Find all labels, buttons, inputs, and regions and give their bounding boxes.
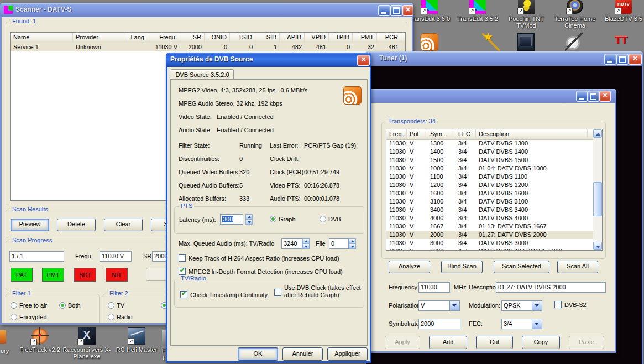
mpeg2-indepth-checkbox[interactable] <box>179 268 186 275</box>
ok-button[interactable]: OK <box>238 347 278 361</box>
te-description-field[interactable]: 01.27: DATV DVBS 2000 <box>496 282 606 293</box>
tuner-close-button[interactable] <box>629 54 642 65</box>
transponder-row[interactable]: 11030V12003/4DATV DVBS 1200 <box>386 181 593 189</box>
transedit-close-button[interactable] <box>599 91 611 102</box>
scanner-col-frequ-[interactable]: Frequ. <box>149 33 180 42</box>
transponder-row[interactable]: 11030V30003/4DATV DVBS 3000 <box>386 239 593 247</box>
partial-icon[interactable] <box>162 330 166 344</box>
h264-aspect-checkbox[interactable] <box>179 254 186 262</box>
timestamp-continuity-checkbox[interactable] <box>180 291 187 298</box>
scroll-down-icon[interactable] <box>593 242 602 250</box>
icon-blazedtv[interactable]: ↗BlazeDTV 3.5 <box>599 0 644 22</box>
scanner-minimize-button[interactable] <box>378 5 390 16</box>
progress-field[interactable]: 1 / 1 <box>9 251 64 262</box>
scanner-col-pcr[interactable]: PCR <box>377 33 401 42</box>
te-symbolrate-field[interactable]: 2000 <box>418 319 460 329</box>
tuner-titlebar[interactable]: Tuner (1) <box>365 51 643 66</box>
te-polarisation-combo[interactable]: V <box>418 300 460 311</box>
max-queued-field[interactable]: 3240 <box>281 238 302 249</box>
transponder-col-fec[interactable]: FEC <box>455 129 476 139</box>
latency-spinner[interactable] <box>245 214 253 225</box>
dvb-radio[interactable] <box>320 216 326 222</box>
blind-scan-button[interactable]: Blind Scan <box>441 261 483 273</box>
scroll-up-icon[interactable] <box>593 129 602 138</box>
transponder-col-pol[interactable]: Pol <box>407 129 427 139</box>
scanner-col-vpid[interactable]: VPID <box>305 33 329 42</box>
icon-transedit-352[interactable]: ↗TransEdit 3.5.2 <box>453 0 502 22</box>
transponder-col-freq-[interactable]: Freq... <box>386 129 407 139</box>
chevron-down-icon[interactable] <box>449 301 459 310</box>
scanner-titlebar[interactable]: Scanner - DATV-S <box>0 3 413 17</box>
scanner-close-button[interactable] <box>402 5 413 16</box>
te-fec-combo[interactable]: 3/4 <box>501 319 542 329</box>
scanner-col-tsid[interactable]: TSID <box>230 33 255 42</box>
transponder-row[interactable]: 11030V20003/401.27: DATV DVBS 2000 <box>386 231 593 239</box>
fury-icon[interactable] <box>0 330 6 344</box>
transponder-col-sym-[interactable]: Sym... <box>427 129 455 139</box>
scanner-col-name[interactable]: Name <box>11 33 73 42</box>
transponder-row[interactable]: 11030V16003/4DATV DVBS 1600 <box>386 189 593 197</box>
transponder-row[interactable]: 11030V16673/401.13: DATV DVBS 1667 <box>386 222 593 231</box>
scanner-col-onid[interactable]: ONID <box>205 33 230 42</box>
transponder-row[interactable]: 11030V34003/4DATV DVBS 3400 <box>386 206 593 214</box>
scanner-col-lang-[interactable]: Lang. <box>124 33 149 42</box>
service-row[interactable]: Service 1Unknown11030 V20000014824810324… <box>11 43 405 51</box>
transponders-scrollbar[interactable] <box>593 129 602 250</box>
filter1-radio-free-to-air[interactable] <box>11 302 17 309</box>
apply-button[interactable]: Appliquer <box>327 347 368 361</box>
icon-satellite-dish[interactable] <box>549 33 598 51</box>
icon-pouchin-tnt[interactable]: ↗Pouchin TNT TVMod <box>502 0 551 29</box>
dvbs2-checkbox[interactable] <box>554 301 562 308</box>
tab-dvb-source[interactable]: DVB Source 3.5.2.0 <box>171 69 234 80</box>
transponder-row[interactable]: 11030V15003/4DATV DVBS 1500 <box>386 156 593 164</box>
transponder-row[interactable]: 11030V31003/4DATV DVBS 3100 <box>386 197 593 206</box>
analyze-button[interactable]: Analyze <box>389 261 430 273</box>
dialog-close-button[interactable] <box>357 55 370 66</box>
icon-freetrack[interactable]: ↗FreeTrack v2.2 <box>15 327 65 353</box>
scan-selected-button[interactable]: Scan Selected <box>494 261 549 273</box>
icon-rc-heli-master[interactable]: ↗RC Heli Master <box>112 327 161 353</box>
filter2-radio-tv[interactable] <box>108 302 114 309</box>
transponder-row[interactable]: 11087V5000AutoDATV DVBS 437 DG0VE 5000 <box>386 247 593 251</box>
copy-button[interactable]: Copy <box>522 336 560 349</box>
scanner-col-provider[interactable]: Provider <box>73 33 124 42</box>
filter2-radio-radio[interactable] <box>108 314 114 320</box>
scanner-col-tpid[interactable]: TPID <box>329 33 353 42</box>
cut-button[interactable]: Cut <box>476 336 513 349</box>
te-modulation-combo[interactable]: QPSK <box>501 300 542 311</box>
max-queued-spinner[interactable] <box>302 238 310 249</box>
filter1-radio-encrypted[interactable] <box>11 314 17 320</box>
file-field[interactable]: 0 <box>329 238 349 249</box>
clear-button[interactable]: Clear <box>104 219 143 231</box>
transponder-row[interactable]: 11030V11003/4DATV DVBS 1100 <box>386 173 593 181</box>
icon-monitor-app[interactable] <box>501 33 550 51</box>
use-dvb-clock-checkbox[interactable] <box>274 289 281 296</box>
chevron-down-icon[interactable] <box>532 319 542 329</box>
tuner-maximize-button[interactable] <box>616 54 629 65</box>
delete-button[interactable]: Delete <box>57 219 96 231</box>
chevron-down-icon[interactable] <box>532 301 542 310</box>
transponder-row[interactable]: 11030V13003/4DATV DVBS 1300 <box>386 139 593 148</box>
add-button[interactable]: Add <box>429 336 467 349</box>
icon-xplane-shortcut[interactable]: ↗Raccourci vers X-Plane.exe <box>62 327 112 360</box>
scanner-col-sr[interactable]: SR <box>180 33 205 42</box>
te-frequency-field[interactable]: 11030 <box>418 282 450 293</box>
transedit-minimize-button[interactable] <box>576 91 588 102</box>
transponder-col-description[interactable]: Description <box>476 129 588 139</box>
icon-tt-app[interactable] <box>598 33 644 51</box>
transponder-row[interactable]: 11030V14003/4DATV DVBS 1400 <box>386 148 593 156</box>
preview-button[interactable]: Preview <box>11 219 49 231</box>
scroll-thumb[interactable] <box>593 182 602 216</box>
latency-field[interactable]: 300 <box>220 214 243 225</box>
frequency-field[interactable]: 11030 V <box>100 251 132 262</box>
scanner-col-apid[interactable]: APID <box>280 33 305 42</box>
tuner-minimize-button[interactable] <box>604 54 616 65</box>
scanner-maximize-button[interactable] <box>390 5 402 16</box>
cancel-button[interactable]: Annuler <box>282 347 323 361</box>
filter1-radio-both[interactable] <box>59 302 66 309</box>
transedit-maximize-button[interactable] <box>588 91 599 102</box>
icon-terratec-home-cinema[interactable]: ↗TerraTec Home Cinema <box>551 0 599 29</box>
transponder-row[interactable]: 11030V10003/401.04: DATV DVBS 1000 <box>386 164 593 173</box>
transponder-row[interactable]: 11030V40003/4DATV DVBS 4000 <box>386 214 593 222</box>
scanner-col-sid[interactable]: SID <box>255 33 280 42</box>
